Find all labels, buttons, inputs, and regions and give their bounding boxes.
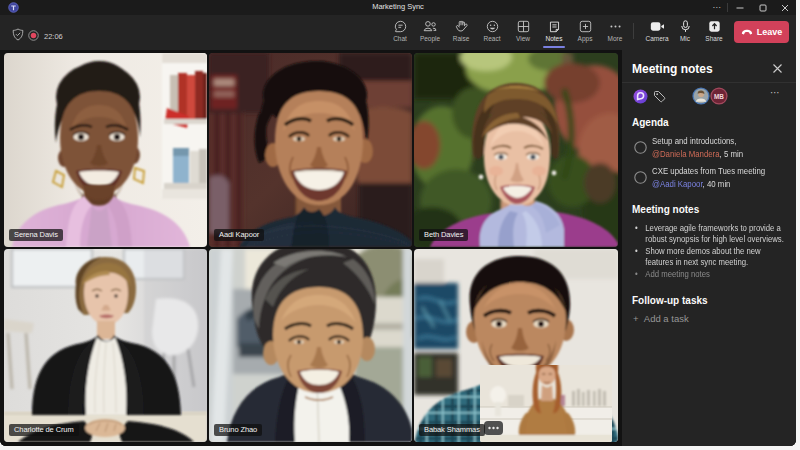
svg-text:MB: MB <box>714 93 724 100</box>
